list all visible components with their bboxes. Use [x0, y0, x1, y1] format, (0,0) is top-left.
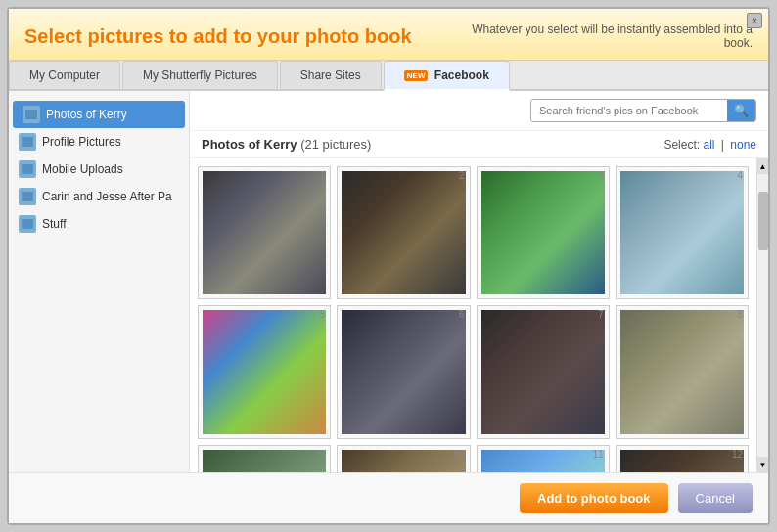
select-controls: Select: all | none [663, 138, 756, 152]
search-input[interactable] [531, 101, 727, 120]
dialog-title: Select pictures to add to your photo boo… [24, 25, 412, 48]
album-title: Photos of Kerry (21 pictures) [202, 137, 371, 152]
photo-thumbnail [342, 310, 465, 433]
album-icon [19, 215, 36, 233]
photos-area: 123456789101112 ▲ ▼ [190, 158, 768, 472]
title-bar: Select pictures to add to your photo boo… [9, 9, 768, 61]
photo-number: 11 [593, 449, 604, 460]
tab-bar: My Computer My Shutterfly Pictures Share… [9, 61, 768, 91]
photo-number: 10 [453, 449, 464, 460]
photo-color-block [620, 310, 744, 433]
photo-cell-10[interactable]: 10 [337, 445, 470, 473]
photo-color-block [481, 450, 605, 473]
album-icon [23, 106, 40, 123]
scroll-down-arrow[interactable]: ▼ [757, 457, 769, 472]
photo-thumbnail [203, 171, 326, 294]
photo-number: 3 [598, 170, 604, 181]
photo-number: 4 [737, 170, 743, 181]
photo-thumbnail [342, 450, 465, 473]
main-content: 🔍 Photos of Kerry (21 pictures) Select: … [190, 91, 768, 472]
photo-color-block [481, 171, 605, 294]
photo-color-block [203, 450, 326, 473]
search-button[interactable]: 🔍 [727, 100, 755, 121]
photo-cell-7[interactable]: 7 [477, 305, 610, 438]
photo-number: 8 [737, 309, 743, 320]
photo-number: 1 [320, 170, 326, 181]
scroll-up-arrow[interactable]: ▲ [757, 158, 769, 174]
photo-number: 7 [598, 309, 604, 320]
photo-cell-1[interactable]: 1 [198, 166, 331, 299]
album-icon [19, 133, 36, 151]
photo-number: 12 [732, 449, 743, 460]
cancel-button[interactable]: Cancel [678, 483, 753, 513]
search-box: 🔍 [530, 99, 756, 122]
photo-cell-4[interactable]: 4 [616, 166, 749, 299]
photo-color-block [203, 171, 326, 294]
content-area: Photos of Kerry Profile Pictures Mobile … [9, 91, 768, 472]
photo-color-block [342, 310, 465, 433]
close-button[interactable]: × [747, 13, 762, 28]
tab-facebook[interactable]: NEW Facebook [384, 61, 510, 91]
footer: Add to photo book Cancel [9, 472, 768, 523]
sidebar-item-profile-pictures[interactable]: Profile Pictures [9, 128, 189, 155]
photo-number: 5 [320, 309, 326, 320]
photo-number: 2 [459, 170, 465, 181]
photo-cell-5[interactable]: 5 [198, 305, 331, 438]
dialog: Select pictures to add to your photo boo… [7, 7, 770, 525]
tab-my-shutterfly[interactable]: My Shutterfly Pictures [122, 61, 278, 89]
photo-cell-11[interactable]: 11 [477, 445, 610, 473]
photo-thumbnail [620, 171, 744, 294]
photo-cell-8[interactable]: 8 [616, 305, 749, 438]
tab-my-computer[interactable]: My Computer [9, 61, 120, 89]
photos-grid: 123456789101112 [198, 166, 749, 472]
photos-grid-wrapper[interactable]: 123456789101112 [190, 158, 756, 472]
photo-thumbnail [203, 310, 326, 433]
photo-color-block [342, 450, 465, 473]
search-toolbar: 🔍 [190, 91, 768, 131]
sidebar: Photos of Kerry Profile Pictures Mobile … [9, 91, 190, 472]
new-badge: NEW [404, 70, 429, 81]
photo-thumbnail [481, 450, 605, 473]
sidebar-item-carin-and-jesse[interactable]: Carin and Jesse After Pa [9, 183, 189, 210]
select-none-link[interactable]: none [730, 138, 756, 152]
album-icon [19, 188, 36, 205]
photo-color-block [203, 310, 326, 433]
photo-thumbnail [481, 310, 605, 433]
photo-thumbnail [481, 171, 605, 294]
photo-thumbnail [620, 450, 744, 473]
photo-thumbnail [620, 310, 744, 433]
sidebar-item-stuff[interactable]: Stuff [9, 210, 189, 238]
photo-color-block [620, 171, 744, 294]
scrollbar: ▲ ▼ [756, 158, 768, 472]
scrollbar-thumb[interactable] [758, 192, 768, 250]
photo-cell-6[interactable]: 6 [337, 305, 470, 438]
photo-cell-9[interactable]: 9 [198, 445, 331, 473]
photo-color-block [342, 171, 465, 294]
photo-color-block [620, 450, 744, 473]
photo-thumbnail [203, 450, 326, 473]
album-header: Photos of Kerry (21 pictures) Select: al… [190, 131, 768, 158]
select-all-link[interactable]: all [703, 138, 714, 152]
add-to-photo-book-button[interactable]: Add to photo book [520, 483, 668, 513]
photo-color-block [481, 310, 605, 433]
tab-share-sites[interactable]: Share Sites [280, 61, 382, 89]
photo-thumbnail [342, 171, 465, 294]
sidebar-item-mobile-uploads[interactable]: Mobile Uploads [9, 155, 189, 183]
photo-cell-12[interactable]: 12 [616, 445, 749, 473]
album-icon [19, 160, 36, 178]
photo-number: 6 [459, 309, 465, 320]
photo-number: 9 [320, 449, 326, 460]
dialog-subtitle: Whatever you select will be instantly as… [459, 22, 753, 50]
photo-cell-3[interactable]: 3 [477, 166, 610, 299]
sidebar-item-photos-of-kerry[interactable]: Photos of Kerry [13, 101, 185, 128]
photo-cell-2[interactable]: 2 [337, 166, 470, 299]
